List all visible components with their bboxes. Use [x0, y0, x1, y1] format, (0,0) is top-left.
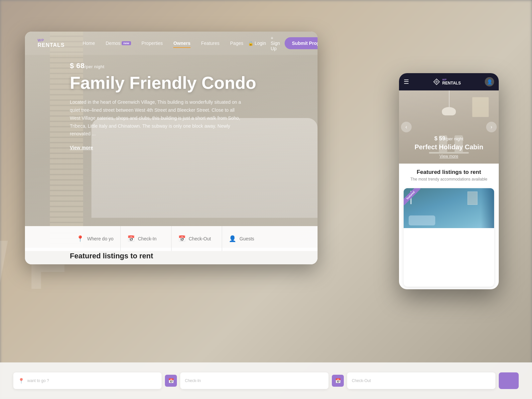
nav-owners[interactable]: Owners [169, 39, 195, 48]
hero-price: $ 68/per night [70, 62, 256, 70]
mobile-carousel-next[interactable]: › [486, 122, 497, 132]
nav-features[interactable]: Features [197, 39, 224, 48]
hamburger-icon[interactable]: ☰ [404, 78, 409, 85]
mobile-hero: ‹ › $ 59/per night Perfect Holiday Cabin… [399, 90, 499, 164]
guests-icon: 👤 [229, 235, 236, 242]
nav-signup-button[interactable]: + Sign Up [271, 35, 280, 51]
mobile-featured-subtitle: The most trendy accommodations available [404, 177, 494, 182]
mobile-user-icon[interactable]: 👤 [485, 77, 494, 86]
location-input[interactable] [87, 236, 114, 241]
nav-login-button[interactable]: 🔒 Login [248, 41, 266, 46]
bottom-search-overlay: 📍 want to go ? 📅 Check-In 📅 Check-Out [0, 362, 532, 399]
guests-input[interactable] [239, 236, 266, 241]
mobile-listing-image: featured [404, 188, 494, 228]
hero-view-more-link[interactable]: View more [70, 145, 93, 150]
mobile-logo-rentals: RENTALS [442, 81, 461, 85]
logo-wp: WP [38, 38, 65, 42]
nav-pages[interactable]: Pages [225, 39, 248, 48]
location-icon: 📍 [76, 235, 84, 242]
featured-badge: featured [404, 188, 421, 205]
mobile-featured-section: Featured listings to rent The most trend… [399, 164, 499, 186]
nav-properties[interactable]: Properties [137, 39, 168, 48]
search-bar: 📍 📅 📅 👤 [25, 226, 318, 251]
desktop-card: WP RENTALS Home Demos new Properties Own… [25, 32, 318, 264]
bso-checkin-text: Check-In [185, 378, 201, 383]
mobile-price: $ 59/per night [399, 135, 499, 142]
desktop-logo[interactable]: WP RENTALS [35, 38, 65, 48]
bso-checkout-field[interactable]: Check-Out [347, 372, 495, 389]
nav-home[interactable]: Home [78, 39, 99, 48]
bso-location-icon: 📍 [18, 378, 25, 384]
lock-icon: 🔒 [248, 41, 253, 46]
hero-title: Family Friendly Condo [70, 73, 256, 92]
mobile-logo[interactable]: WP RENTALS [433, 78, 461, 85]
mobile-card: ☰ WP RENTALS 👤 [399, 73, 499, 289]
calendar-checkout-icon: 📅 [178, 235, 186, 242]
search-location-field[interactable]: 📍 [70, 226, 121, 251]
mobile-logo-diamond-icon [433, 78, 440, 85]
submit-property-button[interactable]: Submit Property [285, 37, 318, 49]
nav-demos[interactable]: Demos new [101, 39, 136, 48]
mobile-featured-title: Featured listings to rent [404, 169, 494, 176]
nav-links: Home Demos new Properties Owners Feature… [78, 39, 248, 48]
nav-demos-badge: new [122, 41, 131, 45]
mobile-cabin-title: Perfect Holiday Cabin [399, 143, 499, 151]
mobile-carousel-prev[interactable]: ‹ [401, 122, 412, 132]
checkin-input[interactable] [138, 236, 165, 241]
bso-location-text: want to go ? [27, 378, 49, 383]
calendar-checkin-icon: 📅 [127, 235, 135, 242]
featured-title: Featured listings to rent [70, 252, 153, 260]
nav-auth: 🔒 Login + Sign Up Submit Property [248, 35, 318, 51]
bso-submit-btn[interactable] [499, 372, 519, 389]
mobile-listing-card[interactable]: featured [404, 188, 494, 287]
mobile-hero-content: $ 59/per night Perfect Holiday Cabin Vie… [399, 135, 499, 159]
logo-rentals: RENTALS [38, 42, 65, 48]
bso-location-field[interactable]: 📍 want to go ? [13, 372, 162, 389]
bso-checkout-text: Check-Out [352, 378, 371, 383]
hero-section: WP RENTALS Home Demos new Properties Own… [25, 32, 318, 251]
checkout-input[interactable] [189, 236, 215, 241]
hero-description: Located in the heart of Greenwich Villag… [70, 98, 243, 138]
bso-checkout-icon[interactable]: 📅 [332, 375, 344, 387]
featured-ribbon-wrap: featured [404, 188, 424, 208]
search-checkin-field[interactable]: 📅 [121, 226, 172, 251]
mobile-navbar: ☰ WP RENTALS 👤 [399, 73, 499, 90]
desktop-navbar: WP RENTALS Home Demos new Properties Own… [25, 32, 318, 55]
bso-checkin-icon[interactable]: 📅 [165, 375, 177, 387]
hero-content: $ 68/per night Family Friendly Condo Loc… [70, 62, 256, 151]
mobile-view-more-link[interactable]: View more [440, 154, 458, 159]
bso-checkin-field[interactable]: Check-In [180, 372, 329, 389]
search-checkout-field[interactable]: 📅 [172, 226, 222, 251]
search-guests-field[interactable]: 👤 [222, 226, 273, 251]
